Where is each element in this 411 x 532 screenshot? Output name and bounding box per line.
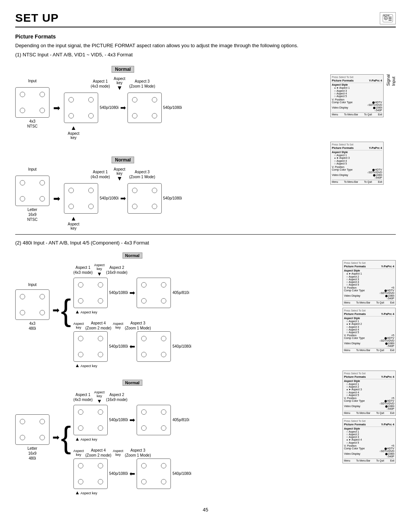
tv-aspect1-2-label: 540p/1080i [100, 196, 119, 200]
input-label-2: Input [15, 167, 49, 171]
flow-row-1: Input 4x3NTSC ➡ Normal [15, 63, 326, 140]
tv-aspect3-1-label: 540p/1080i [163, 105, 182, 110]
section1-diagram: Input 4x3NTSC ➡ Normal [15, 63, 396, 230]
s2-normal-badge-1: Normal [123, 252, 142, 259]
s2-tv-a1-t2 [73, 405, 108, 435]
tv-input-1 [15, 87, 49, 118]
section2-menus: Press Select To Set Picture FormatsY-PaP… [342, 252, 396, 495]
s2-tv-a1-t [73, 278, 108, 308]
svg-text:SETUP: SETUP [383, 14, 390, 17]
sub-title-1: (1) NTSC Input - ANT A/B, VID1 ~ VID5, -… [15, 52, 396, 58]
s2-tv2-label: Letter16x9480i [27, 446, 37, 461]
tv-aspect3-2 [127, 183, 162, 214]
input-tv-wrapper-2: Input Letter16x9NTSC [15, 176, 49, 222]
s2-input-label-1: Input [28, 283, 37, 287]
s2-normal-badge-2: Normal [123, 380, 142, 386]
svg-point-2 [386, 18, 387, 19]
aspect-key-col-2: Aspect key ▼ [114, 167, 126, 182]
arrow-right-mid-1: ➡ [120, 104, 126, 112]
arrow-right-2: ➡ [53, 194, 60, 204]
flow-row-2: Input Letter16x9NTSC ➡ Normal Aspect 1(4… [15, 153, 326, 230]
aspect-key-bottom-left-1: ▲ Aspect key [68, 125, 80, 140]
bracket-group-2: Letter16x9480i ➡ { Normal Aspect 1(4x3 m… [15, 380, 339, 495]
menu-panel-2: Press Select To Set Picture FormatsY-PaP… [330, 142, 384, 185]
menus-col-1: Press Select To Set Picture FormatsY-PaP… [330, 63, 396, 230]
tv1-label: 4x3NTSC [27, 119, 37, 129]
arrow-right-mid-2: ➡ [120, 194, 126, 203]
tv-input-2 [15, 176, 49, 206]
tv-aspect1-1-label: 540p/1080i [100, 105, 119, 110]
menu-panel-5: Press Select To Set Picture FormatsY-PaP… [342, 371, 396, 416]
tv-aspect1-1 [64, 93, 98, 123]
page-number: 45 [15, 507, 396, 513]
s2-tv-input-1 [15, 289, 49, 320]
bracket-1: { [61, 295, 71, 326]
s2-tv-input-2 [15, 414, 49, 445]
aspect1-top-label-2: Aspect 1(4x3 mode) [91, 169, 110, 179]
menu-panel-3: Press Select To Set Picture FormatsY-PaP… [342, 260, 396, 305]
s2-arrow-1: ➡ [53, 305, 59, 315]
normal-badge-2: Normal [112, 157, 134, 163]
setup-icon: SETUP [380, 12, 396, 24]
normal-badge-1: Normal [112, 66, 134, 73]
input-tv-wrapper-1: Input 4x3NTSC [15, 87, 49, 129]
tv-aspect1-2 [64, 183, 98, 214]
s2-tv1-label: 4x3480i [29, 321, 36, 331]
tv-aspect3-2-label: 540p/1080i [163, 196, 182, 200]
page-title: SET UP SETUP [15, 11, 396, 27]
s2-tv-a3-b2 [137, 459, 171, 489]
svg-rect-3 [389, 17, 392, 18]
aspect3-top-label-1: Aspect 3(Zoom 1 Mode) [129, 79, 155, 89]
arrow-right-1: ➡ [53, 103, 60, 113]
menu-panel-4: Press Select To Set Picture FormatsY-PaP… [342, 308, 396, 353]
s2-tv-a4-b [73, 331, 108, 362]
section1-flows: Input 4x3NTSC ➡ Normal [15, 63, 326, 230]
signal-label: Signal [386, 74, 390, 86]
s2-tv-a4-b2 [73, 459, 108, 489]
tv-aspect3-1 [127, 93, 162, 123]
input-signal-label: Input [391, 74, 396, 86]
section2-left: Input 4x3480i ➡ { Normal [15, 252, 339, 495]
aspect1-top-label-1: Aspect 1(4x3 mode) [91, 79, 110, 89]
s2-tv-a2-t [137, 278, 171, 308]
intro-text: Depending on the input signal, the PICTU… [15, 42, 396, 50]
sub-title-2: (2) 480i Input - ANT A/B, Input 4/5 (Com… [15, 240, 396, 246]
s2-tv-a3-b [137, 331, 171, 362]
aspect-key-col-1: Aspect key ▼ [114, 77, 126, 91]
menu-panel-6: Press Select To Set Picture FormatsY-PaP… [342, 418, 396, 463]
aspect-key-bottom-left-2: ▲ Aspect key [68, 215, 80, 230]
svg-rect-5 [389, 20, 392, 21]
bracket-2: { [61, 422, 71, 453]
s2-arrow-2: ➡ [53, 433, 59, 443]
section-title: Picture Formats [15, 34, 396, 40]
input-label-1: Input [15, 79, 49, 83]
tv2-label: Letter16x9NTSC [27, 207, 37, 222]
aspect3-top-label-2: Aspect 3(Zoom 1 Mode) [129, 169, 155, 179]
menu-panel-1: Press Select To Set Picture FormatsY-PaP… [330, 74, 384, 117]
s2-tv-a2-t2 [137, 405, 171, 435]
section-divider [15, 234, 396, 235]
section2-diagram: Input 4x3480i ➡ { Normal [15, 252, 396, 495]
svg-rect-4 [389, 18, 392, 19]
bracket-group-1: Input 4x3480i ➡ { Normal [15, 252, 339, 368]
